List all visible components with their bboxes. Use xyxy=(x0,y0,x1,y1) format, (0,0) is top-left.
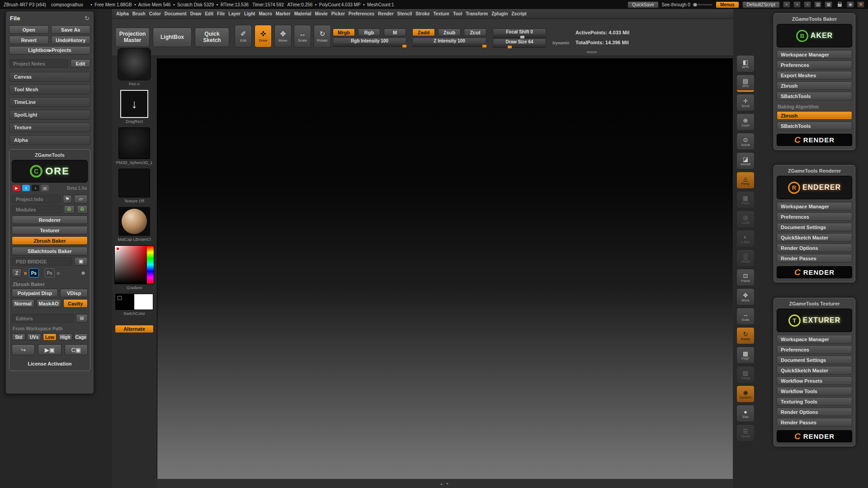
current-material-thumbnail[interactable] xyxy=(118,207,150,236)
save-as-button[interactable]: Save As xyxy=(51,25,91,34)
menu-item[interactable]: Zplugin xyxy=(490,10,509,17)
workspace-option-button[interactable]: Cage xyxy=(74,333,88,341)
photoshop-disabled-icon[interactable]: Ps xyxy=(45,268,55,277)
current-stroke-thumbnail[interactable]: ↓ xyxy=(120,90,148,118)
draw-size-slider[interactable]: Draw Size 64 xyxy=(493,38,546,48)
zbrush-icon[interactable]: Z xyxy=(12,268,22,277)
texturer-menu-item[interactable]: QuickSketch Master xyxy=(777,366,852,375)
menu-item[interactable]: Stencil xyxy=(396,10,414,17)
menu-item[interactable]: Brush xyxy=(131,10,147,17)
workspace-option-button[interactable]: Std xyxy=(12,333,25,341)
right-shelf-button[interactable]: ▤ SPix xyxy=(736,75,755,92)
vdisp-button[interactable]: VDisp xyxy=(60,289,88,297)
alternate-button[interactable]: Alternate xyxy=(115,325,154,333)
texturer-button[interactable]: Texturer xyxy=(12,226,88,235)
menu-item[interactable]: Tool xyxy=(451,10,464,17)
youtube-icon[interactable]: ▶ xyxy=(13,185,20,191)
menu-item[interactable]: Edit xyxy=(203,10,215,17)
mrgb-button[interactable]: Mrgb xyxy=(333,28,355,36)
quick-sketch-button[interactable]: Quick Sketch xyxy=(195,28,229,47)
zcut-button[interactable]: Zcut xyxy=(464,28,486,36)
image-icon[interactable]: ▣ xyxy=(74,257,88,266)
close-icon[interactable]: ✕ xyxy=(857,1,864,8)
baking-algorithm-option[interactable]: Zbrush xyxy=(777,111,852,120)
quicksave-button[interactable]: QuickSave xyxy=(627,1,658,8)
menu-item[interactable]: Material xyxy=(292,10,313,17)
right-shelf-button[interactable]: ▨ Transp xyxy=(736,366,755,383)
z-intensity-handle[interactable] xyxy=(482,45,486,47)
right-shelf-button[interactable]: ↻ Rotate xyxy=(736,327,755,344)
photoshop-icon[interactable]: Ps xyxy=(29,268,39,277)
support-icon[interactable]: ♦ xyxy=(32,185,39,191)
current-tool-thumbnail[interactable] xyxy=(118,127,150,159)
rgb-intensity-slider[interactable]: Rgb Intensity 100 xyxy=(333,38,406,47)
renderer-menu-item[interactable]: Render Options xyxy=(777,244,852,252)
workspace-option-button[interactable]: UVs xyxy=(27,333,41,341)
batch-render-icon[interactable]: ▶▣ xyxy=(38,344,61,355)
texturer-menu-item[interactable]: Workflow Presets xyxy=(777,376,852,385)
sbatchtools-baker-button[interactable]: SBatchtools Baker xyxy=(12,247,88,255)
menu-item[interactable]: Movie xyxy=(313,10,329,17)
baker-menu-item[interactable]: Export Meshes xyxy=(777,71,852,80)
left-tray-section[interactable]: TimeLine xyxy=(9,97,90,107)
renderer-menu-item[interactable]: Workspace Manager xyxy=(777,202,852,211)
rgb-button[interactable]: Rgb xyxy=(358,28,380,36)
menu-item[interactable]: Macro xyxy=(257,10,274,17)
twitter-icon[interactable]: t xyxy=(22,185,30,191)
zadd-button[interactable]: Zadd xyxy=(412,28,435,36)
right-shelf-button[interactable]: ▦ Floor xyxy=(736,191,755,208)
hue-strip[interactable] xyxy=(147,246,154,284)
menus-button[interactable]: Menus xyxy=(716,1,739,8)
refresh-icon[interactable]: ↻ xyxy=(85,15,90,22)
rotate-mode-button[interactable]: ↻ Rotate xyxy=(314,25,331,47)
menu-item[interactable]: Picker xyxy=(330,10,347,17)
texturer-menu-item[interactable]: Render Passes xyxy=(777,418,852,427)
secondary-color-swatch[interactable] xyxy=(134,294,153,310)
renderer-menu-item[interactable]: QuickSketch Master xyxy=(777,233,852,242)
texturer-menu-item[interactable]: Preferences xyxy=(777,345,852,354)
dynamic-label[interactable]: Dynamic xyxy=(552,41,570,45)
undo-history-button[interactable]: UndoHistory xyxy=(51,36,91,44)
baker-menu-item[interactable]: Preferences xyxy=(777,61,852,69)
right-shelf-button[interactable]: ▩ PolyF xyxy=(736,347,755,364)
menu-item[interactable]: Render xyxy=(376,10,395,17)
menu-item[interactable]: Preferences xyxy=(347,10,376,17)
manual-icon[interactable]: ▤ xyxy=(41,185,49,191)
right-shelf-button[interactable]: ◎ Local xyxy=(736,211,755,228)
texturer-menu-item[interactable]: Document Settings xyxy=(777,356,852,364)
right-shelf-button[interactable]: ✥ Move xyxy=(736,288,755,305)
cavity-button[interactable]: Cavity xyxy=(63,299,88,308)
right-shelf-button[interactable]: ◉ Dynamic xyxy=(736,385,755,403)
project-notes-edit-button[interactable]: Edit xyxy=(71,59,90,68)
zscript-rewind-icon[interactable]: « xyxy=(783,1,790,8)
menu-item[interactable]: Marker xyxy=(274,10,292,17)
menu-item[interactable]: Light xyxy=(242,10,257,17)
texturer-render-button[interactable]: C RENDER xyxy=(777,430,852,442)
lock-icon[interactable] xyxy=(835,1,844,8)
texturer-menu-item[interactable]: Workspace Manager xyxy=(777,335,852,343)
right-shelf-button[interactable]: ☰ Xpose xyxy=(736,424,755,441)
baking-algorithm-option[interactable]: SBatchTools xyxy=(777,122,852,130)
bookmark-icon[interactable]: ⚑ xyxy=(63,195,72,203)
menu-item[interactable]: Layer xyxy=(226,10,242,17)
edit-mode-button[interactable]: ✐ Edit xyxy=(235,25,252,47)
shelf-divider-handle[interactable] xyxy=(586,51,598,54)
license-activation-button[interactable]: License Activation xyxy=(12,361,88,366)
baker-menu-item[interactable]: SBatchTools xyxy=(777,92,852,100)
right-shelf-button[interactable]: ◧ BPR xyxy=(736,55,755,72)
right-shelf-button[interactable]: ◬ Persp xyxy=(736,172,755,189)
document-canvas[interactable] xyxy=(157,58,733,479)
left-tray-section[interactable]: SpotLight xyxy=(9,110,90,120)
canvas-scrollbar[interactable]: ▲ ▼ xyxy=(157,479,733,488)
right-shelf-button[interactable]: ◪ AAHalf xyxy=(736,152,755,169)
left-tray-section[interactable]: Canvas xyxy=(9,72,90,82)
menu-item[interactable]: Transform xyxy=(464,10,490,17)
lightbox-projects-button[interactable]: Lightbox▸Projects xyxy=(9,46,90,55)
texturer-menu-item[interactable]: Render Options xyxy=(777,408,852,416)
record-icon[interactable]: ◉ xyxy=(847,1,854,8)
color-picker[interactable] xyxy=(114,245,154,284)
menu-item[interactable]: Alpha xyxy=(114,10,131,17)
canvas-scroll-arrows-icon[interactable]: ▲ ▼ xyxy=(440,482,450,485)
workspace-option-button[interactable]: Low xyxy=(43,333,57,341)
draw-size-handle[interactable] xyxy=(508,46,512,48)
